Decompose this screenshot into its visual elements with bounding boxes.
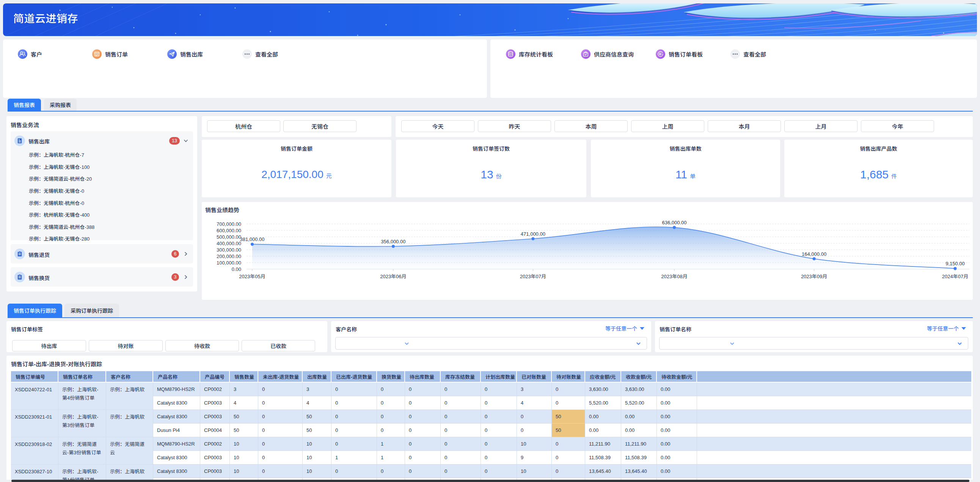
- svg-text:2023年07月: 2023年07月: [520, 274, 546, 279]
- svg-text:164,000.00: 164,000.00: [802, 251, 826, 257]
- svg-text:500,000.00: 500,000.00: [216, 234, 241, 240]
- svg-text:0.00: 0.00: [232, 267, 241, 272]
- svg-text:2023年06月: 2023年06月: [380, 274, 406, 279]
- svg-text:400,000.00: 400,000.00: [216, 241, 241, 246]
- svg-text:381,000.00: 381,000.00: [240, 236, 264, 242]
- svg-text:300,000.00: 300,000.00: [216, 247, 241, 253]
- svg-text:600,000.00: 600,000.00: [216, 228, 241, 233]
- svg-text:2023年08月: 2023年08月: [661, 274, 687, 279]
- svg-text:471,000.00: 471,000.00: [521, 231, 546, 237]
- svg-text:2023年09月: 2023年09月: [801, 274, 827, 279]
- svg-text:2023年05月: 2023年05月: [239, 274, 265, 279]
- svg-text:356,000.00: 356,000.00: [381, 239, 406, 244]
- svg-text:700,000.00: 700,000.00: [216, 221, 241, 227]
- svg-text:2024年07月: 2024年07月: [942, 274, 968, 279]
- svg-text:9,150.00: 9,150.00: [945, 261, 965, 267]
- svg-text:200,000.00: 200,000.00: [216, 254, 241, 259]
- svg-text:100,000.00: 100,000.00: [216, 260, 241, 266]
- svg-text:636,000.00: 636,000.00: [662, 220, 686, 225]
